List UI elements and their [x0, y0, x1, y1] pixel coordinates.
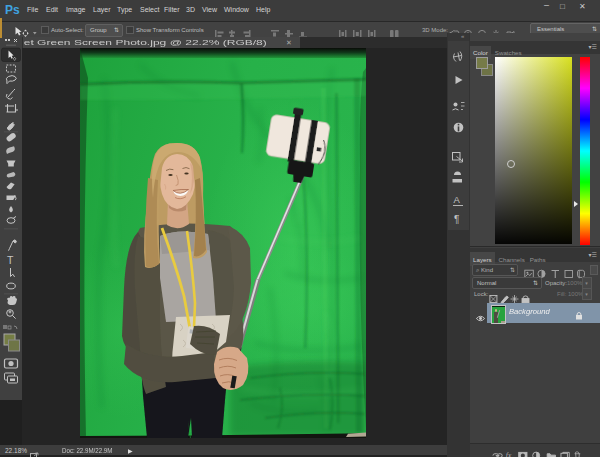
svg-text:fx: fx	[506, 451, 512, 457]
svg-text:A: A	[454, 194, 461, 205]
svg-text:¶: ¶	[454, 214, 459, 225]
svg-text:T: T	[7, 254, 14, 266]
